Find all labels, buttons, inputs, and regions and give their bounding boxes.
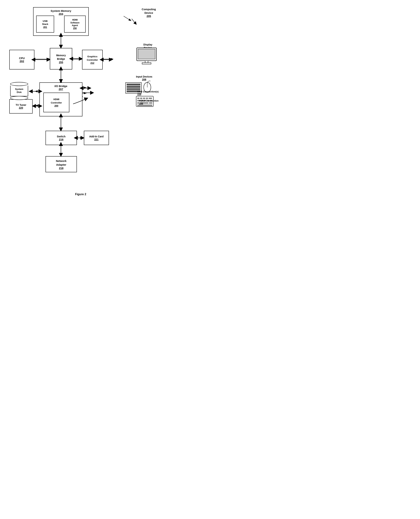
- svg-rect-16: [142, 63, 151, 64]
- svg-rect-21: [140, 98, 142, 99]
- svg-rect-33: [137, 104, 152, 106]
- svg-line-46: [132, 19, 136, 24]
- graphics-controller-box: GraphicsController 212: [82, 50, 103, 69]
- svg-rect-20: [137, 98, 139, 99]
- hdmi-connection-label: HDMI Connection 206: [139, 99, 158, 105]
- monitor-icon: [136, 47, 157, 65]
- system-memory-box: System Memory 204 USBStack 201 HDMISoftw…: [33, 7, 89, 36]
- switch-box: Switch 216: [45, 131, 77, 145]
- tv-tuner-box: TV Tuner 220: [9, 99, 33, 113]
- usb-connections-label: USB Connection(s) 226: [137, 90, 158, 96]
- hdmi-controller-box: HDMIController 200: [43, 93, 69, 112]
- io-bridge-box: I/O Bridge 207 HDMIController 200: [39, 82, 82, 116]
- svg-rect-14: [138, 49, 155, 59]
- hdmi-software-box: HDMISoftwareAgent 250: [64, 15, 86, 33]
- computing-device-label: Computing Device 205: [142, 7, 156, 18]
- network-adapter-box: NetworkAdapter 218: [45, 156, 77, 172]
- diagram: Computing Device 205 DisplayDevice 210 I…: [0, 0, 161, 190]
- svg-rect-22: [143, 98, 145, 99]
- memory-bridge-box: MemoryBridge 255: [50, 48, 72, 69]
- add-in-card-box: Add-In Card 221: [84, 131, 109, 145]
- svg-rect-24: [149, 98, 152, 99]
- figure-caption: Figure 2: [0, 193, 161, 196]
- usb-stack-box: USBStack 201: [36, 15, 54, 33]
- cpu-box: CPU 202: [9, 50, 34, 69]
- svg-rect-23: [146, 98, 148, 99]
- svg-line-12: [124, 16, 131, 21]
